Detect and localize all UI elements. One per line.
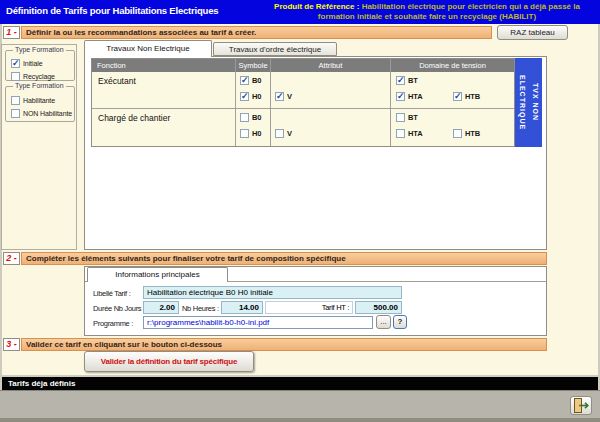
label-chantier-htb: HTB [465, 129, 480, 138]
row-chantier-fonction: Chargé de chantier [92, 109, 236, 146]
product-reference: Produit de Référence : Habilitation élec… [258, 2, 596, 22]
type-formation-group-1-title: Type Formation [13, 46, 66, 53]
table-row-charge-de-chantier: Chargé de chantier B0 H0 V [92, 109, 514, 146]
checkbox-initiale[interactable] [11, 59, 20, 68]
row-chantier-attribut-cell: V [271, 109, 391, 146]
app-title: Définition de Tarifs pour Habilitations … [6, 5, 218, 16]
help-button[interactable]: ? [393, 315, 407, 329]
label-chantier-v: V [287, 129, 292, 138]
header-domaine: Domaine de tension [391, 59, 514, 72]
raz-tableau-button[interactable]: RAZ tableau [497, 25, 568, 40]
checkbox-chantier-hta[interactable] [396, 129, 405, 138]
header-fonction: Fonction [92, 59, 236, 72]
checkbox-non-habilitante[interactable] [11, 109, 20, 118]
checkbox-executant-htb[interactable] [453, 92, 462, 101]
checkbox-chantier-b0[interactable] [240, 113, 249, 122]
libelle-tarif-input[interactable]: Habilitation électrique B0 H0 initiale [143, 286, 402, 299]
label-chantier-bt: BT [408, 113, 418, 122]
step-2-instruction: Compléter les éléments suivants pour fin… [21, 252, 547, 265]
type-formation-panel: Type Formation Initiale Recyclage Type F… [1, 44, 77, 250]
row-chantier-domaine-cell: BT HTA HTB [391, 109, 514, 146]
tvx-non-electrique-tag: TVX NON ELECTRIQUE [515, 58, 542, 147]
duree-nb-jours-input[interactable]: 2.00 [143, 301, 179, 314]
checkbox-chantier-htb[interactable] [453, 129, 462, 138]
valider-tarif-button[interactable]: Valider la définition du tarif spécifiqu… [84, 351, 254, 372]
label-executant-htb: HTB [465, 92, 480, 101]
product-reference-label: Produit de Référence : [274, 2, 359, 11]
label-executant-v: V [287, 92, 292, 101]
table-row-executant: Exécutant B0 H0 V [92, 72, 514, 109]
label-executant-hta: HTA [408, 92, 423, 101]
checkbox-executant-v[interactable] [275, 92, 284, 101]
nb-heures-input[interactable]: 14.00 [221, 301, 263, 314]
checkbox-habilitante-label: Habilitante [23, 97, 55, 104]
checkbox-recyclage[interactable] [11, 72, 20, 81]
exit-button[interactable] [570, 396, 592, 415]
checkbox-executant-bt[interactable] [396, 76, 405, 85]
label-executant-h0: H0 [252, 92, 261, 101]
tab-travaux-non-electrique[interactable]: Travaux Non Electrique [84, 40, 212, 57]
row-executant-domaine-cell: BT HTA HTB [391, 72, 514, 108]
checkbox-chantier-bt[interactable] [396, 113, 405, 122]
checkbox-recyclage-label: Recyclage [23, 73, 55, 80]
programme-input[interactable]: r:\programmes\habilit-b0-h0-ini.pdf [143, 316, 373, 329]
checkbox-non-habilitante-label: NON Habilitante [23, 110, 72, 117]
bottom-strip [0, 390, 600, 422]
step-3-number: 3 - [3, 338, 20, 351]
tab-informations-principales[interactable]: Informations principales [87, 267, 228, 282]
nb-heures-label: Nb Heures : [182, 304, 219, 313]
tarifs-deja-definis-header: Tarifs déja définis [2, 375, 598, 390]
tab-travaux-ordre-electrique[interactable]: Travaux d'ordre électrique [213, 42, 337, 56]
checkbox-initiale-label: Initiale [23, 60, 42, 67]
title-bar: Définition de Tarifs pour Habilitations … [0, 0, 600, 24]
row-chantier-symbole-cell: B0 H0 [236, 109, 271, 146]
type-formation-group-2-title: Type Formation [13, 82, 66, 89]
programme-label: Programme : [93, 319, 133, 328]
app-window: Définition de Tarifs pour Habilitations … [0, 0, 600, 422]
row-executant-attribut-cell: V [271, 72, 391, 108]
step-1-number: 1 - [3, 26, 20, 39]
label-chantier-hta: HTA [408, 129, 423, 138]
recommendations-table: Fonction Symbole Attribut Domaine de ten… [91, 58, 515, 147]
label-chantier-h0: H0 [252, 129, 261, 138]
checkbox-executant-h0[interactable] [240, 92, 249, 101]
duree-nb-jours-label: Durée Nb Jours : [93, 304, 145, 313]
checkbox-executant-b0[interactable] [240, 76, 249, 85]
header-attribut: Attribut [271, 59, 391, 72]
label-chantier-b0: B0 [252, 113, 261, 122]
row-executant-symbole-cell: B0 H0 [236, 72, 271, 108]
row-executant-fonction: Exécutant [92, 72, 236, 108]
step-3-instruction: Valider ce tarif en cliquant sur le bout… [21, 338, 547, 351]
step-2-number: 2 - [3, 252, 20, 265]
exit-door-icon [573, 398, 589, 413]
tarif-ht-label: Tarif HT : [265, 301, 353, 314]
header-symbole: Symbole [236, 59, 271, 72]
checkbox-executant-hta[interactable] [396, 92, 405, 101]
label-executant-bt: BT [408, 76, 418, 85]
checkbox-chantier-v[interactable] [275, 129, 284, 138]
browse-button[interactable]: ... [376, 315, 391, 329]
label-executant-b0: B0 [252, 76, 261, 85]
checkbox-chantier-h0[interactable] [240, 129, 249, 138]
tarif-ht-input[interactable]: 500.00 [355, 301, 402, 314]
checkbox-habilitante[interactable] [11, 96, 20, 105]
step-1-instruction: Définir la ou les recommandations associ… [21, 26, 492, 39]
libelle-tarif-label: Libellé Tarif : [93, 289, 130, 298]
